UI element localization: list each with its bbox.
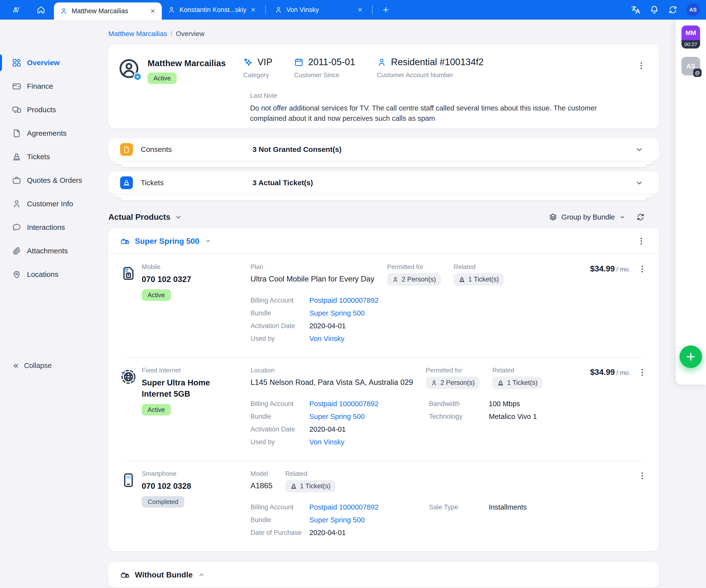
timer-avatar-card[interactable]: MM 00:27 xyxy=(681,26,700,48)
customer-avatar: ★ xyxy=(117,57,141,80)
sidebar-item-overview[interactable]: Overview xyxy=(0,51,101,75)
product-kebab-menu[interactable] xyxy=(630,263,647,347)
field-location: Location L145 Nelson Road, Para Vista SA… xyxy=(250,367,413,389)
sidebar-item-interactions[interactable]: Interactions xyxy=(0,216,101,239)
product-fields: Model A1865 Related 1 Ticket(s) Billing … xyxy=(250,470,577,541)
customer-meta: VIP Category 2011-05-01 Customer Since R… xyxy=(243,57,484,79)
detail-value: Installments xyxy=(489,503,527,511)
mention-avatar-card[interactable]: AS @ xyxy=(681,57,700,76)
product-title: 070 102 0328 xyxy=(142,480,250,492)
detail-activation-date: Activation Date 2020-04-01 xyxy=(250,322,429,330)
refresh-products-button[interactable] xyxy=(636,212,645,222)
sparkle-icon xyxy=(243,57,253,67)
chevron-up-icon[interactable] xyxy=(198,571,205,579)
detail-value-link[interactable]: Postpaid 1000007892 xyxy=(309,296,379,304)
detail-value-link[interactable]: Postpaid 1000007892 xyxy=(309,503,379,511)
bundle-icon xyxy=(120,236,130,246)
expand-chevron[interactable] xyxy=(634,178,644,188)
cone-icon xyxy=(290,483,297,490)
chevron-up-icon[interactable] xyxy=(204,237,212,245)
translate-button[interactable] xyxy=(630,5,641,15)
sidebar-item-products[interactable]: Products xyxy=(0,98,101,122)
user-avatar[interactable]: AS xyxy=(687,3,700,16)
close-tab-button[interactable] xyxy=(150,8,156,14)
permitted-for-chip[interactable]: 2 Person(s) xyxy=(426,377,480,389)
product-type: Mobile xyxy=(142,263,250,271)
sidebar-item-tickets[interactable]: Tickets xyxy=(0,145,101,169)
product-type: Fixed Internet xyxy=(142,367,250,374)
detail-value-link[interactable]: Super Spring 500 xyxy=(309,413,365,421)
close-icon xyxy=(357,7,363,13)
sidebar-item-finance[interactable]: Finance xyxy=(0,75,101,98)
bell-button[interactable] xyxy=(649,5,659,15)
app-logo[interactable] xyxy=(12,6,20,14)
sync-button[interactable] xyxy=(668,5,678,15)
tab-von-vinsky[interactable]: Von Vinsky xyxy=(269,0,369,19)
meta-value: 2011-05-01 xyxy=(308,57,355,68)
sidebar-item-agreements[interactable]: Agreements xyxy=(0,122,101,145)
expand-chevron[interactable] xyxy=(634,144,644,154)
wallet-icon xyxy=(12,81,22,91)
tickets-row[interactable]: Tickets 3 Actual Ticket(s) xyxy=(108,171,659,194)
chevron-up-icon xyxy=(204,237,212,245)
summary-label: Consents xyxy=(141,145,252,154)
detail-label: Bundle xyxy=(250,516,309,524)
tab-konstantin-konst-skiy[interactable]: Konstantin Konst...skiy xyxy=(162,0,262,19)
tab-label: Matthew Marcailias xyxy=(72,7,146,15)
consents-row[interactable]: Consents 3 Not Granted Consent(s) xyxy=(108,138,659,161)
grid-icon xyxy=(12,58,22,68)
close-tab-button[interactable] xyxy=(357,7,363,13)
close-tab-button[interactable] xyxy=(250,7,257,13)
actual-products-dropdown[interactable]: Actual Products xyxy=(108,212,183,222)
stacked-card-edge xyxy=(114,194,653,198)
cone-icon xyxy=(120,176,133,189)
stacked-card-edge xyxy=(121,198,646,200)
permitted-for-chip[interactable]: 2 Person(s) xyxy=(387,273,441,286)
group-by-bundle-dropdown[interactable]: Group by Bundle xyxy=(549,213,626,221)
at-mention-badge: @ xyxy=(693,69,702,77)
kebab-icon[interactable] xyxy=(636,61,646,71)
product-kebab-menu[interactable] xyxy=(630,470,647,541)
kebab-icon xyxy=(636,236,646,246)
last-note: Last Note Do not offer additional servic… xyxy=(108,92,659,124)
phone-icon xyxy=(120,470,142,541)
chip-value: 2 Person(s) xyxy=(440,379,475,387)
detail-billing-account: Billing Account Postpaid 1000007892 xyxy=(250,296,429,304)
related-chip[interactable]: 1 Ticket(s) xyxy=(454,273,504,286)
detail-value: 2020-04-01 xyxy=(309,322,346,330)
summary-value: 3 Not Granted Consent(s) xyxy=(252,145,342,154)
calendar-icon xyxy=(294,57,304,67)
detail-label: Billing Account xyxy=(250,297,309,304)
bundle-kebab-menu[interactable] xyxy=(636,236,646,246)
add-button[interactable] xyxy=(679,345,702,368)
related-chip[interactable]: 1 Ticket(s) xyxy=(492,377,543,389)
breadcrumb-customer-link[interactable]: Matthew Marcailias xyxy=(108,30,167,38)
product-kebab-menu[interactable] xyxy=(630,367,647,451)
bundle-name-link[interactable]: Super Spring 500 xyxy=(135,237,199,246)
header-kebab-menu[interactable] xyxy=(636,61,646,71)
related-chip[interactable]: 1 Ticket(s) xyxy=(285,480,336,493)
detail-value-link[interactable]: Super Spring 500 xyxy=(309,309,365,317)
sim-icon xyxy=(120,263,142,347)
topbar-icon-group xyxy=(630,5,678,15)
sidebar-item-attachments[interactable]: Attachments xyxy=(0,239,101,263)
sidebar-items: Overview Finance Products Agreements Tic… xyxy=(0,19,101,286)
summary-label: Tickets xyxy=(141,179,252,187)
timer-avatar-initials: MM xyxy=(681,26,700,40)
chip-value: 2 Person(s) xyxy=(402,276,436,283)
sidebar-collapse-button[interactable]: Collapse xyxy=(12,362,52,370)
tab-matthew-marcailias[interactable]: Matthew Marcailias xyxy=(54,2,162,19)
new-tab-button[interactable] xyxy=(382,5,390,14)
detail-value-link[interactable]: Postpaid 1000007892 xyxy=(309,400,379,408)
home-button[interactable] xyxy=(36,5,46,14)
detail-value-link[interactable]: Von Vinsky xyxy=(309,438,344,446)
sidebar-item-quotes-orders[interactable]: Quotes & Orders xyxy=(0,169,101,192)
sidebar-item-locations[interactable]: Locations xyxy=(0,263,101,286)
detail-label: Billing Account xyxy=(250,400,309,408)
detail-value-link[interactable]: Super Spring 500 xyxy=(309,516,365,524)
detail-value-link[interactable]: Von Vinsky xyxy=(309,335,344,343)
detail-date-of-purchase: Date of Purchase 2020-04-01 xyxy=(250,529,429,537)
sidebar-item-customer-info[interactable]: Customer Info xyxy=(0,192,101,216)
stacked-card-edge xyxy=(121,164,646,167)
doc-icon xyxy=(123,145,130,153)
